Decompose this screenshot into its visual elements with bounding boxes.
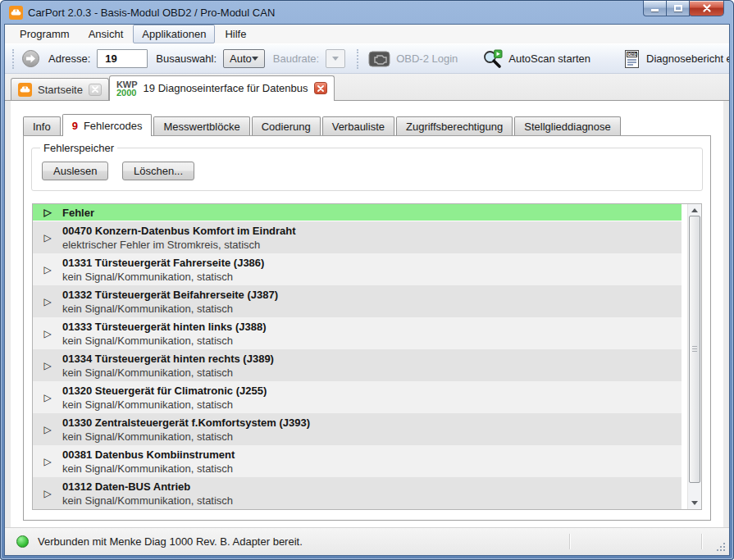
chevron-down-icon (332, 57, 339, 61)
close-icon (317, 85, 324, 92)
fault-row[interactable]: ▷ 01320 Steuergerät für Climatronic (J25… (33, 381, 682, 413)
menu-applikationen[interactable]: Applikationen (133, 25, 215, 43)
autoscan-label: AutoScan starten (508, 52, 590, 65)
connect-icon[interactable] (21, 49, 40, 68)
baud-label: Baudrate: (273, 52, 319, 65)
tab-startseite-label: Startseite (38, 84, 83, 96)
connection-status-icon (16, 535, 29, 548)
fehlerspeicher-groupbox: Fehlerspeicher Auslesen Löschen... (31, 148, 703, 191)
row-marker-icon: ▷ (33, 232, 62, 244)
minimize-button[interactable] (643, 1, 667, 16)
row-marker-icon: ▷ (33, 488, 62, 499)
fault-row[interactable]: ▷ 01312 Daten-BUS Antrieb kein Signal/Ko… (33, 477, 682, 509)
autoscan-button[interactable]: AutoScan starten (476, 46, 596, 71)
fault-detail: kein Signal/Kommunikation, statisch (62, 430, 310, 444)
tab-close-button[interactable] (89, 84, 102, 96)
obd2-login-button: OBD-2 Login (362, 48, 463, 70)
fault-title: 01334 Türsteuergerät hinten rechts (J389… (62, 352, 274, 366)
tab-codierung[interactable]: Codierung (252, 116, 321, 135)
fault-title: 01331 Türsteuergerät Fahrerseite (J386) (62, 256, 264, 270)
row-marker-icon: ▷ (33, 328, 62, 339)
bus-select[interactable]: Auto (223, 49, 265, 68)
app-icon (9, 6, 23, 20)
close-icon (703, 4, 711, 12)
titlebar[interactable]: CarPort 2.0.3 - Basis-Modul OBD2 / Pro-M… (5, 0, 729, 25)
resize-grip[interactable] (716, 542, 726, 552)
loeschen-button[interactable]: Löschen... (122, 162, 194, 180)
fault-title: 01330 Zentralsteuergerät f.Komfortsystem… (62, 416, 310, 430)
row-marker-icon: ▷ (33, 360, 62, 371)
fault-row[interactable]: ▷ 00470 Konzern-Datenbus Komfort im Eind… (33, 221, 682, 253)
minimize-icon (651, 9, 659, 11)
fehlerspeicher-label: Fehlerspeicher (40, 142, 117, 154)
menu-ansicht[interactable]: Ansicht (80, 25, 133, 43)
auslesen-button[interactable]: Auslesen (42, 162, 108, 180)
fault-title: 01320 Steuergerät für Climatronic (J255) (62, 384, 267, 398)
close-icon (92, 86, 98, 93)
obd2-login-label: OBD-2 Login (396, 52, 458, 65)
tab-fehlercodes[interactable]: 9Fehlercodes (62, 114, 153, 136)
fault-detail: kein Signal/Kommunikation, statisch (62, 398, 267, 412)
maximize-icon (674, 5, 682, 11)
fault-table-header[interactable]: ▷ Fehler (33, 204, 682, 221)
fault-row[interactable]: ▷ 01330 Zentralsteuergerät f.Komfortsyst… (33, 413, 682, 445)
address-label: Adresse: (48, 52, 90, 65)
tab-info[interactable]: Info (23, 116, 61, 135)
scrollbar-thumb[interactable] (689, 216, 700, 483)
scroll-down-button[interactable] (688, 497, 701, 509)
engine-icon (368, 51, 390, 67)
baud-select (326, 49, 345, 68)
fault-detail: kein Signal/Kommunikation, statisch (62, 366, 274, 380)
tab-stellglieddiagnose[interactable]: Stellglieddiagnose (514, 116, 621, 135)
row-marker-icon: ▷ (33, 424, 62, 435)
fault-detail: elektrischer Fehler im Stromkreis, stati… (62, 238, 296, 252)
table-gutter (682, 204, 687, 509)
fault-row[interactable]: ▷ 00381 Datenbus Kombiinstrument kein Si… (33, 445, 682, 477)
menu-hilfe[interactable]: Hilfe (216, 25, 255, 43)
arrow-up-icon (691, 208, 698, 212)
fault-detail: kein Signal/Kommunikation, statisch (62, 462, 235, 476)
toolbar-grip[interactable] (12, 49, 14, 69)
tab-close-button[interactable] (314, 82, 327, 94)
vertical-scrollbar[interactable] (687, 204, 701, 509)
fault-title: 00470 Konzern-Datenbus Komfort im Eindra… (62, 224, 296, 238)
fault-detail: kein Signal/Kommunikation, statisch (62, 302, 278, 316)
row-marker-icon: ▷ (33, 207, 62, 218)
fault-count-badge: 9 (72, 120, 78, 132)
fault-detail: kein Signal/Kommunikation, statisch (62, 334, 267, 348)
obd-report-icon: OBD (623, 49, 641, 69)
menu-programm[interactable]: Programm (11, 25, 79, 43)
row-marker-icon: ▷ (33, 296, 62, 307)
tab-messwertbloecke[interactable]: Messwertblöcke (153, 116, 249, 135)
report-button[interactable]: OBD Diagnosebericht erstellen (618, 47, 729, 71)
row-marker-icon: ▷ (33, 392, 62, 403)
scroll-up-button[interactable] (688, 204, 701, 216)
toolbar-grip[interactable] (357, 49, 358, 69)
statusbar-divider (569, 534, 570, 549)
diagnose-page: Info 9Fehlercodes Messwertblöcke Codieru… (11, 101, 723, 527)
fault-title: 01312 Daten-BUS Antrieb (62, 480, 233, 494)
tab-startseite[interactable]: Startseite (11, 78, 109, 100)
app-window: CarPort 2.0.3 - Basis-Modul OBD2 / Pro-M… (0, 0, 734, 560)
row-marker-icon: ▷ (33, 456, 62, 467)
tab-verbauliste[interactable]: Verbauliste (322, 116, 394, 135)
fault-row[interactable]: ▷ 01333 Türsteuergerät hinten links (J38… (33, 317, 682, 349)
tab-diagnoseinterface[interactable]: KWP 2000 19 Diagnoseinterface für Datenb… (109, 75, 335, 101)
fault-row[interactable]: ▷ 01334 Türsteuergerät hinten rechts (J3… (33, 349, 682, 381)
address-input[interactable] (97, 49, 148, 68)
bus-label: Busauswahl: (156, 52, 217, 65)
fault-title: 01332 Türsteuergerät Beifahrerseite (J38… (62, 288, 278, 302)
fault-row[interactable]: ▷ 01332 Türsteuergerät Beifahrerseite (J… (33, 285, 682, 317)
close-button[interactable] (689, 1, 724, 16)
autoscan-magnifier-icon (482, 48, 503, 69)
fault-row[interactable]: ▷ 01331 Türsteuergerät Fahrerseite (J386… (33, 253, 682, 285)
bus-select-value: Auto (230, 52, 252, 65)
chevron-down-icon (252, 57, 258, 61)
fault-table: ▷ Fehler ▷ 00470 Konzern-Datenbus Komfor (32, 203, 702, 510)
maximize-button[interactable] (666, 1, 690, 16)
subtabs: Info 9Fehlercodes Messwertblöcke Codieru… (11, 114, 723, 135)
fault-title: 01333 Türsteuergerät hinten links (J388) (62, 320, 267, 334)
fault-table-header-label: Fehler (62, 207, 94, 219)
tab-zugriffsberechtigung[interactable]: Zugriffsberechtigung (396, 116, 513, 135)
toolbar: Adresse: Busauswahl: Auto Baudrate: (5, 43, 729, 74)
